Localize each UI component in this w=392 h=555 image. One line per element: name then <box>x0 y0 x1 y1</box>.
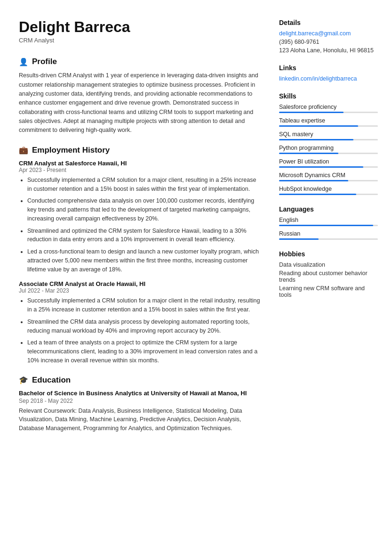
list-item: Streamlined the CRM data analysis proces… <box>27 318 260 335</box>
resume-header: Delight Barreca CRM Analyst <box>19 19 260 44</box>
job-2: Associate CRM Analyst at Oracle Hawaii, … <box>19 280 260 365</box>
skill-bar-bg <box>279 166 378 168</box>
skill-name: Salesforce proficiency <box>279 104 378 110</box>
links-title: Links <box>279 64 378 72</box>
hobby-item: Data visualization <box>279 261 378 268</box>
profile-section-title: 👤 Profile <box>19 57 260 66</box>
edu-coursework: Relevant Coursework: Data Analysis, Busi… <box>19 407 260 433</box>
skill-bar-fill <box>279 166 363 168</box>
skills-list: Salesforce proficiency Tableau expertise… <box>279 104 378 195</box>
skill-bar-fill <box>279 153 338 154</box>
language-bar-bg <box>279 225 378 226</box>
hobbies-list: Data visualizationReading about customer… <box>279 261 378 298</box>
edu-dates: Sep 2018 - May 2022 <box>19 398 260 404</box>
list-item: Led a cross-functional team to design an… <box>27 247 260 274</box>
skill-bar-bg <box>279 112 378 113</box>
language-item: Russian <box>279 230 378 240</box>
education-section-title: 🎓 Education <box>19 375 260 385</box>
skill-item: HubSpot knowledge <box>279 186 378 195</box>
skill-item: SQL mastery <box>279 131 378 140</box>
hobby-item: Reading about customer behavior trends <box>279 270 378 283</box>
languages-list: English Russian <box>279 217 378 240</box>
job-2-bullets: Successfully implemented a CRM solution … <box>19 296 260 365</box>
job-1-bullets: Successfully implemented a CRM solution … <box>19 176 260 274</box>
candidate-name: Delight Barreca <box>19 19 260 35</box>
job-1-title: CRM Analyst at Salesforce Hawaii, HI <box>19 160 260 167</box>
skill-bar-bg <box>279 153 378 154</box>
skill-bar-bg <box>279 139 378 140</box>
skill-name: HubSpot knowledge <box>279 186 378 192</box>
language-bar-fill <box>279 225 373 226</box>
skill-bar-bg <box>279 194 378 195</box>
skill-name: Microsoft Dynamics CRM <box>279 172 378 179</box>
skill-item: Python programming <box>279 145 378 154</box>
hobbies-title: Hobbies <box>279 250 378 258</box>
language-item: English <box>279 217 378 226</box>
list-item: Successfully implemented a CRM solution … <box>27 176 260 194</box>
skill-bar-fill <box>279 112 344 113</box>
skill-name: SQL mastery <box>279 131 378 138</box>
candidate-title: CRM Analyst <box>19 37 260 44</box>
education-icon: 🎓 <box>19 375 28 384</box>
skill-bar-fill <box>279 139 353 140</box>
skill-name: Python programming <box>279 145 378 151</box>
hobbies-section: Hobbies Data visualizationReading about … <box>279 250 378 298</box>
skills-section: Skills Salesforce proficiency Tableau ex… <box>279 92 378 195</box>
skill-name: Power BI utilization <box>279 158 378 165</box>
employment-section: 💼 Employment History CRM Analyst at Sale… <box>19 146 260 365</box>
skill-item: Microsoft Dynamics CRM <box>279 172 378 181</box>
education-section: 🎓 Education Bachelor of Science in Busin… <box>19 375 260 433</box>
languages-title: Languages <box>279 205 378 213</box>
phone: (395) 680-9761 <box>279 39 378 45</box>
email[interactable]: delight.barreca@gmail.com <box>279 30 378 37</box>
list-item: Streamlined and optimized the CRM system… <box>27 227 260 245</box>
skill-bar-fill <box>279 194 356 195</box>
language-name: Russian <box>279 230 378 237</box>
languages-section: Languages English Russian <box>279 205 378 240</box>
edu-degree: Bachelor of Science in Business Analytic… <box>19 390 260 397</box>
profile-icon: 👤 <box>19 57 28 66</box>
language-bar-bg <box>279 238 378 240</box>
links-section: Links linkedin.com/in/delightbarreca <box>279 64 378 82</box>
details-section: Details delight.barreca@gmail.com (395) … <box>279 19 378 54</box>
list-item: Led a team of three analysts on a projec… <box>27 338 260 365</box>
skill-bar-bg <box>279 125 378 127</box>
job-1: CRM Analyst at Salesforce Hawaii, HI Apr… <box>19 160 260 274</box>
skills-title: Skills <box>279 92 378 100</box>
linkedin-link[interactable]: linkedin.com/in/delightbarreca <box>279 75 378 82</box>
job-2-dates: Jul 2022 - Mar 2023 <box>19 287 260 294</box>
skill-bar-bg <box>279 180 378 181</box>
employment-section-title: 💼 Employment History <box>19 146 260 155</box>
hobby-item: Learning new CRM software and tools <box>279 285 378 298</box>
language-name: English <box>279 217 378 223</box>
skill-bar-fill <box>279 180 348 181</box>
profile-text: Results-driven CRM Analyst with 1 year o… <box>19 71 260 135</box>
job-2-title: Associate CRM Analyst at Oracle Hawaii, … <box>19 280 260 287</box>
list-item: Successfully implemented a CRM solution … <box>27 296 260 314</box>
address: 123 Aloha Lane, Honolulu, HI 96815 <box>279 47 378 54</box>
skill-name: Tableau expertise <box>279 117 378 124</box>
skill-item: Salesforce proficiency <box>279 104 378 113</box>
list-item: Conducted comprehensive data analysis on… <box>27 196 260 223</box>
employment-icon: 💼 <box>19 146 28 155</box>
skill-item: Power BI utilization <box>279 158 378 168</box>
job-1-dates: Apr 2023 - Present <box>19 167 260 173</box>
skill-item: Tableau expertise <box>279 117 378 127</box>
skill-bar-fill <box>279 125 358 127</box>
details-title: Details <box>279 19 378 26</box>
language-bar-fill <box>279 238 319 240</box>
profile-section: 👤 Profile Results-driven CRM Analyst wit… <box>19 57 260 135</box>
